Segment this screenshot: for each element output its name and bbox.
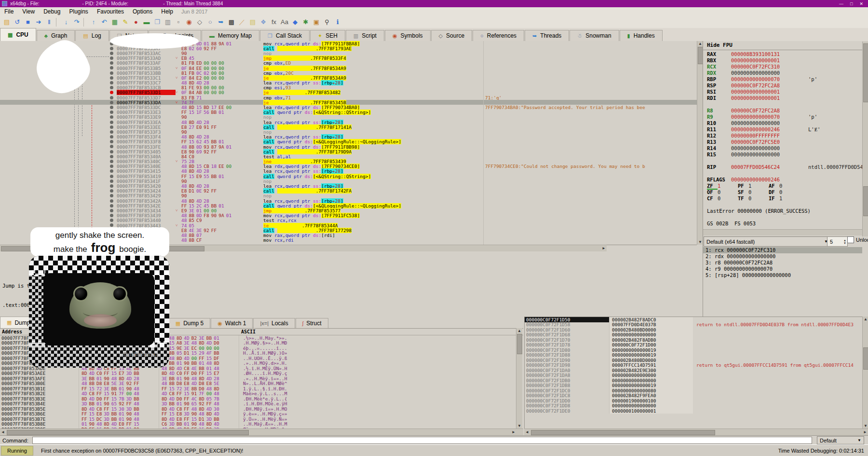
references-icon[interactable]: ○	[205, 17, 215, 27]
stack-row[interactable]: 000000C0F72F1DA0000002B482E9E300	[525, 368, 868, 373]
row-dot-icon[interactable]	[110, 184, 113, 188]
calling-convention-select[interactable]: Default (x64 fastcall) ▼	[704, 236, 831, 247]
call-argument-row[interactable]: 3: r8 000000C0F72FC2A8	[703, 260, 862, 266]
arg-count-stepper[interactable]: 5 ▲▼	[827, 236, 848, 247]
unlocked-checkbox[interactable]: Unlocked	[847, 236, 868, 243]
row-dot-icon[interactable]	[110, 169, 113, 173]
tab-cpu[interactable]: ▦CPU	[0, 28, 36, 41]
register-value[interactable]: 000000C0F72FC5E0	[731, 139, 780, 145]
minimize-button[interactable]: —	[839, 1, 843, 6]
dump-row[interactable]: 00007FF78F853B1EFF15723EBB019048FF15723E…	[0, 386, 523, 391]
register-value[interactable]: 0000000000000000	[731, 70, 780, 76]
row-dot-icon[interactable]	[110, 56, 113, 60]
step-over-icon[interactable]: ↷	[72, 17, 81, 27]
dump-row[interactable]: 00007FF78F853B0E488BD8E85E3E92FF488BD8E8…	[0, 381, 523, 387]
row-dot-icon[interactable]	[110, 160, 113, 163]
register-row[interactable]: R8000000C0F72FC2A8	[703, 108, 862, 114]
register-row[interactable]: RAX000008B393100131	[703, 51, 862, 57]
row-dot-icon[interactable]	[110, 175, 113, 178]
hide-fpu-button[interactable]: Hide FPU	[703, 41, 868, 50]
stack-row[interactable]: 000000C0F72F1D9800007FFCC14D7591return t…	[525, 363, 868, 368]
script-icon[interactable]: ▫	[174, 17, 183, 27]
row-dot-icon[interactable]	[110, 76, 113, 80]
register-value[interactable]: 00007FFD0D546C24	[731, 164, 780, 170]
row-dot-icon[interactable]	[110, 66, 113, 69]
register-row[interactable]: RCX000000C0F72FC310	[703, 64, 862, 70]
stack-row[interactable]: 000000C0F72F1D880000000000000019	[525, 353, 868, 358]
call-argument-row[interactable]: 2: rdx 0000000000000000	[703, 253, 862, 260]
disasm-row[interactable]: 00007FF78F8533CB81FE93000000cmp esi,93	[0, 85, 697, 90]
stack-row[interactable]: 000000C0F72F1DC00000000000000080	[525, 388, 868, 393]
call-arguments-list[interactable]: 1: rcx 000000C0F72FC3102: rdx 0000000000…	[703, 247, 862, 278]
compile-icon[interactable]: ◆	[290, 17, 300, 27]
row-dot-icon[interactable]	[110, 125, 113, 129]
register-row[interactable]: RDX0000000000000000	[703, 70, 862, 76]
disasm-row[interactable]: 00007FF78F85342EFF152C45BB01call qword p…	[0, 203, 697, 208]
call-argument-row[interactable]: 4: r9 0000000000000070	[703, 266, 862, 272]
row-dot-icon[interactable]	[110, 130, 113, 134]
register-value[interactable]: 000008B393100131	[731, 51, 780, 57]
stack-row[interactable]: 000000C0F72F1D90000002B480BD0000	[525, 358, 868, 363]
register-row[interactable]: R150000000000000000	[703, 152, 862, 158]
menu-file[interactable]: File	[0, 8, 18, 15]
run-to-user-icon[interactable]: ↶	[99, 17, 109, 27]
stack-row[interactable]: 000000C0F72F1D800000000000000019	[525, 347, 868, 353]
disasm-row[interactable]: 00007FF78F8533E3FF151F56BB01call qword p…	[0, 110, 697, 115]
row-dot-icon[interactable]	[110, 47, 113, 50]
row-dot-icon[interactable]	[110, 52, 113, 55]
disasm-row[interactable]: 00007FF78F853439488B0DF8909A01mov rcx,qw…	[0, 213, 697, 218]
register-row[interactable]: R140000000000000000	[703, 145, 862, 152]
disasm-row[interactable]: 00007FF78F8533FE488B0D93879A01mov rcx,qw…	[0, 144, 697, 149]
tab-threads[interactable]: ➥Threads	[525, 30, 569, 41]
stack-row[interactable]: 000000C0F72F1D680000000000000000	[525, 332, 868, 338]
row-dot-icon[interactable]	[110, 145, 113, 148]
disasm-row[interactable]: 00007FF78F8533A7E8026092FFcall .7FF78F17…	[0, 46, 697, 51]
stack-row[interactable]: 000000C0F72F1D50000002B482F8ADC0	[525, 317, 868, 322]
disasm-row[interactable]: 00007FF78F8533DA˅747Fje .7FF78F85345B	[0, 100, 697, 105]
disasm-row[interactable]: 00007FF78F853424E8D10E92FFcall .7FF78F17…	[0, 189, 697, 193]
disassembly-panel[interactable]: 00007FF78F8533A0488B0D01889A01mov rcx,qw…	[0, 41, 697, 245]
register-row[interactable]: RSI0000000000000001	[703, 89, 862, 95]
row-dot-icon[interactable]	[110, 199, 113, 203]
register-row[interactable]: R100000000000000000	[703, 120, 862, 126]
tab-log[interactable]: ▤Log	[75, 30, 108, 41]
tab-dump-5[interactable]: ▦Dump 5	[169, 318, 210, 328]
menu-view[interactable]: View	[18, 8, 39, 15]
disasm-row[interactable]: 00007FF78F85340A84C0test al,al	[0, 154, 697, 159]
row-dot-icon[interactable]	[110, 81, 113, 84]
tab-seh[interactable]: ✦SEH	[310, 30, 345, 41]
memory-icon[interactable]: ▦	[110, 17, 120, 27]
dump-row[interactable]: 00007FF78F853B6EFF15E83DBB019048FF15E83D…	[0, 412, 523, 417]
disasm-row[interactable]: 00007FF78F853420488D4D28lea rcx,qword pt…	[0, 183, 697, 188]
row-dot-icon[interactable]	[110, 223, 113, 227]
pause-icon[interactable]: ‖	[44, 17, 54, 27]
register-row[interactable]: RIP00007FFD0D546C24ntdll.00007FFD0D546C2…	[703, 164, 862, 170]
stack-row[interactable]: 000000C0F72F1DA80000000000000000	[525, 373, 868, 378]
flag-value[interactable]: 1	[718, 183, 720, 189]
call-argument-row[interactable]: 5: [rsp+28] 0000000000000000	[703, 272, 862, 278]
disasm-row[interactable]: 00007FF78F8533AD˅EB45jmp .7FF78F8533F4	[0, 56, 697, 61]
disasm-row[interactable]: 00007FF78F85342990nop	[0, 193, 697, 198]
register-value[interactable]: 0000000000000001	[731, 95, 780, 101]
disasm-row[interactable]: 00007FF78F8533D1˅0F84AB000000je .7FF78F8…	[0, 90, 697, 95]
close-button[interactable]: ✕	[859, 1, 863, 6]
row-dot-icon[interactable]	[110, 71, 113, 75]
callstack-icon[interactable]: ❐	[152, 17, 162, 27]
dump-vertical-scrollbar[interactable]: ▲ ▼	[516, 328, 522, 428]
register-row[interactable]: RBP0000000000000070'p'	[703, 76, 862, 83]
command-script-type-select[interactable]: Default ▼	[817, 436, 864, 444]
info-icon[interactable]: ℹ	[333, 17, 342, 27]
disasm-row[interactable]: 00007FF78F8533F390nop	[0, 129, 697, 134]
step-into-icon[interactable]: ↓	[61, 17, 71, 27]
row-dot-icon[interactable]	[110, 155, 113, 158]
register-value[interactable]: 0000000000000001	[731, 89, 780, 95]
register-row[interactable]: R90000000000000070'p'	[703, 114, 862, 120]
disasm-row[interactable]: 00007FF78F8533F4488D4D28lea rcx,qword pt…	[0, 135, 697, 139]
tab-handles[interactable]: ▮Handles	[620, 30, 663, 41]
disasm-row[interactable]: 00007FF78F8533F8FF156245BB01call qword p…	[0, 139, 697, 144]
menu-plugins[interactable]: Plugins	[65, 8, 93, 15]
row-dot-icon[interactable]	[110, 140, 113, 143]
stack-row[interactable]: 000000C0F72F1D70000002B482F8ADB0	[525, 337, 868, 343]
maximize-button[interactable]: □	[850, 1, 853, 6]
memory-map-icon[interactable]: ▬	[142, 17, 151, 27]
